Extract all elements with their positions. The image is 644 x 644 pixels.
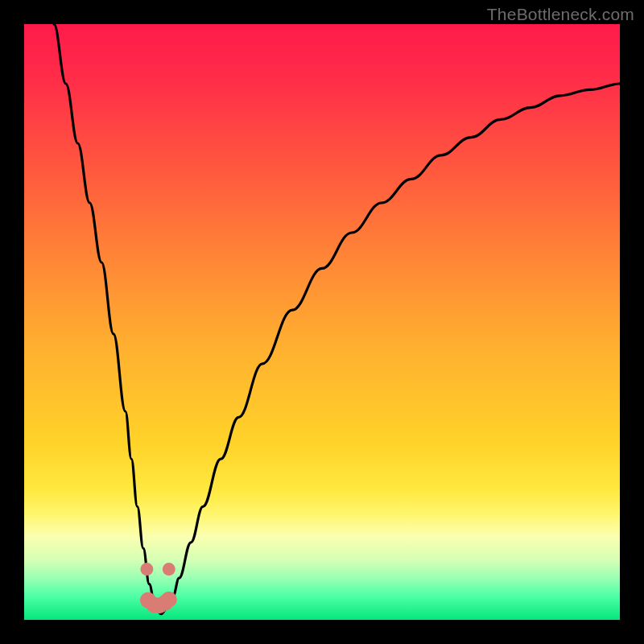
watermark-text: TheBottleneck.com <box>487 5 634 24</box>
bottleneck-chart <box>24 24 620 620</box>
trough-marker <box>163 563 175 576</box>
trough-marker <box>161 592 177 608</box>
chart-frame <box>24 24 620 620</box>
trough-marker <box>140 563 153 576</box>
gradient-background <box>24 24 620 620</box>
